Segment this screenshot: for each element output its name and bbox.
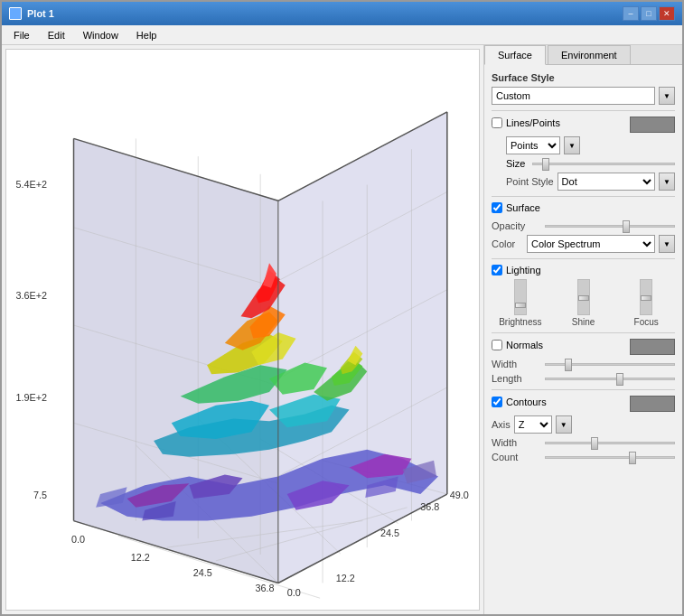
points-dropdown-btn[interactable]: ▼ [564,136,580,154]
sep1 [492,110,675,111]
contours-checkbox[interactable] [492,397,502,407]
points-type-row: Points Lines ▼ [506,136,675,154]
menu-file[interactable]: File [5,27,38,42]
svg-text:12.2: 12.2 [131,552,150,563]
tabs: Surface Environment [484,45,682,65]
shine-label: Shine [572,317,595,327]
surface-checkbox[interactable] [492,202,502,213]
normals-length-thumb[interactable] [616,373,623,386]
contours-count-thumb[interactable] [629,452,636,464]
maximize-button[interactable]: □ [641,6,657,21]
svg-text:36.8: 36.8 [420,501,439,512]
sep3 [492,258,675,259]
point-style-select[interactable]: Dot Cross Square [558,173,655,191]
axis-label: Axis [492,419,511,430]
lines-points-row: Lines/Points [492,117,675,133]
lighting-sliders: Brightness Shine Focus [492,279,675,327]
svg-text:1.9E+2: 1.9E+2 [15,392,47,403]
opacity-slider-thumb[interactable] [623,220,630,233]
axis-dropdown-btn[interactable]: ▼ [556,415,572,434]
contours-count-row: Count [492,452,675,462]
menu-help[interactable]: Help [128,27,165,42]
surface-style-row: Custom Solid Wireframe Dots ▼ [492,87,675,105]
menu-edit[interactable]: Edit [40,27,73,42]
contours-width-row: Width [492,437,675,448]
sep2 [492,196,675,197]
surface-style-dropdown[interactable]: Custom Solid Wireframe Dots [492,87,655,105]
plot-area: 5.4E+2 3.6E+2 1.9E+2 7.5 0.0 12.2 24.5 3… [5,49,480,611]
svg-text:7.5: 7.5 [33,490,47,500]
sep4 [492,332,675,333]
right-panel: Surface Environment Surface Style Custom… [483,45,682,614]
tab-surface[interactable]: Surface [484,45,546,65]
axis-select[interactable]: Z X Y [514,415,552,434]
focus-track[interactable] [640,279,652,315]
surface-style-dropdown-btn[interactable]: ▼ [659,87,675,105]
lines-points-color[interactable] [630,117,675,133]
color-dropdown-btn[interactable]: ▼ [659,235,675,253]
normals-width-label: Width [492,359,541,369]
window-title: Plot 1 [27,8,54,19]
focus-label: Focus [634,317,659,327]
normals-width-slider[interactable] [545,363,675,366]
normals-row: Normals [492,339,675,355]
lighting-label: Lighting [506,265,541,275]
contours-header: Contours [492,396,675,412]
contours-color[interactable] [630,396,675,412]
points-select[interactable]: Points Lines [506,136,560,154]
minimize-button[interactable]: – [623,6,639,21]
surface-label: Surface [506,202,540,213]
plot-svg: 5.4E+2 3.6E+2 1.9E+2 7.5 0.0 12.2 24.5 3… [6,50,479,610]
shine-thumb[interactable] [578,295,589,301]
contours-width-label: Width [492,437,541,448]
brightness-thumb[interactable] [515,303,526,308]
contours-width-thumb[interactable] [591,437,598,450]
brightness-col: Brightness [492,279,549,327]
lines-points-label: Lines/Points [506,117,560,128]
window-icon [9,7,22,20]
color-row: Color Color Spectrum Solid Gradient ▼ [492,235,675,253]
color-label: Color [492,238,523,249]
contours-count-slider[interactable] [545,456,675,459]
normals-color[interactable] [630,339,675,355]
normals-label: Normals [506,340,543,350]
normals-width-row: Width [492,359,675,369]
svg-text:0.0: 0.0 [71,534,85,545]
svg-text:36.8: 36.8 [256,583,275,593]
shine-track[interactable] [577,279,590,315]
lighting-checkbox[interactable] [492,265,502,275]
close-button[interactable]: ✕ [659,6,675,21]
main-window: Plot 1 – □ ✕ File Edit Window Help [0,0,684,616]
lighting-checkbox-row: Lighting [492,265,675,275]
normals-length-row: Length [492,373,675,384]
opacity-slider[interactable] [545,225,675,228]
point-style-dropdown-btn[interactable]: ▼ [659,173,675,191]
axis-row: Axis Z X Y ▼ [492,415,675,434]
brightness-track[interactable] [514,279,527,315]
contours-width-slider[interactable] [545,442,675,444]
normals-length-label: Length [492,373,541,384]
surface-row: Surface [492,202,675,217]
lines-points-checkbox[interactable] [492,117,502,128]
contours-count-label: Count [492,452,541,462]
color-spectrum-select[interactable]: Color Spectrum Solid Gradient [527,235,655,253]
menu-window[interactable]: Window [75,27,126,42]
svg-text:3.6E+2: 3.6E+2 [15,290,47,301]
size-slider-thumb[interactable] [542,158,549,171]
normals-checkbox[interactable] [492,340,502,350]
svg-text:49.0: 49.0 [450,490,469,500]
normals-length-slider[interactable] [545,378,675,380]
normals-width-thumb[interactable] [565,359,572,371]
main-content: 5.4E+2 3.6E+2 1.9E+2 7.5 0.0 12.2 24.5 3… [2,45,682,614]
svg-text:5.4E+2: 5.4E+2 [15,179,47,190]
focus-col: Focus [617,279,675,327]
focus-thumb[interactable] [641,295,651,301]
svg-text:0.0: 0.0 [287,587,301,598]
size-label: Size [506,158,525,169]
brightness-label: Brightness [499,317,541,327]
svg-text:12.2: 12.2 [336,573,355,583]
size-slider[interactable] [532,163,675,165]
shine-col: Shine [555,279,613,327]
contours-label: Contours [506,397,547,407]
tab-environment[interactable]: Environment [548,45,631,64]
